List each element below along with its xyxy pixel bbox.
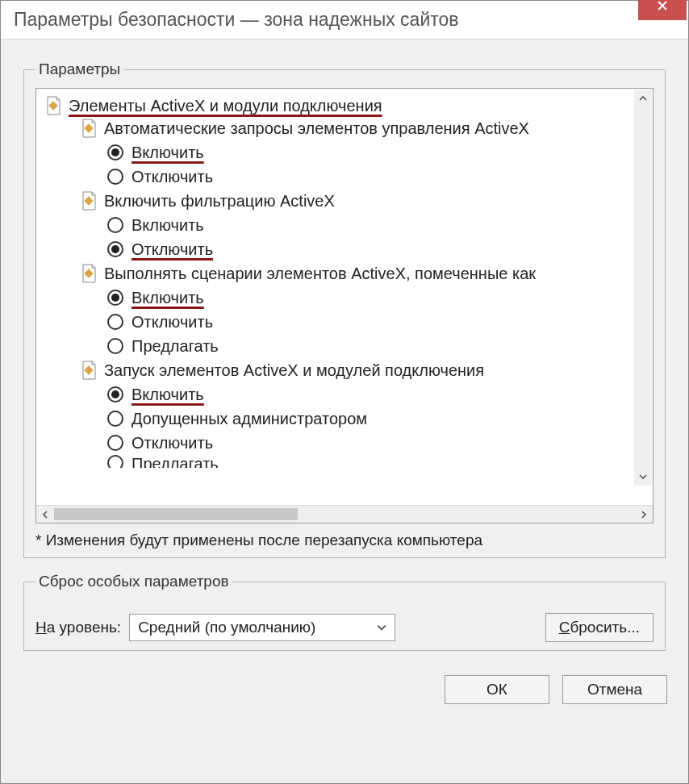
scroll-left-arrow-icon[interactable] <box>36 506 54 523</box>
page-icon <box>81 264 97 283</box>
page-icon <box>81 191 97 211</box>
radio-button[interactable] <box>107 411 123 427</box>
chevron-down-icon <box>377 619 386 636</box>
page-icon <box>81 361 97 380</box>
tree-option[interactable]: Включить <box>107 286 649 310</box>
hscroll-thumb[interactable] <box>54 508 298 520</box>
subcategory-icon <box>80 360 98 381</box>
option-label: Допущенных администратором <box>132 410 367 428</box>
category-icon <box>44 95 62 116</box>
subcategory-label: Запуск элементов ActiveX и модулей подкл… <box>104 361 484 380</box>
dialog-button-row: ОК Отмена <box>22 665 667 724</box>
option-label: Отключить <box>132 434 213 452</box>
tree-option[interactable]: Отключить <box>107 237 649 261</box>
category-label: Элементы ActiveX и модули подключения <box>69 95 382 116</box>
hscroll-track[interactable] <box>54 506 635 523</box>
scroll-right-arrow-icon[interactable] <box>635 506 653 523</box>
dialog-window: Параметры безопасности — зона надежных с… <box>0 0 689 784</box>
tree-option[interactable]: Включить <box>107 382 649 407</box>
tree-subcategory[interactable]: Включить фильтрацию ActiveX <box>80 189 649 213</box>
option-label: Предлагать <box>132 337 219 356</box>
level-select-value: Средний (по умолчанию) <box>138 619 315 636</box>
tree-subcategory[interactable]: Выполнять сценарии элементов ActiveX, по… <box>80 261 649 286</box>
radio-button[interactable] <box>107 435 123 451</box>
subcategory-label: Выполнять сценарии элементов ActiveX, по… <box>104 265 536 283</box>
option-label: Отключить <box>132 168 213 186</box>
radio-button[interactable] <box>107 314 123 330</box>
level-label: На уровень: <box>35 619 121 636</box>
tree-option[interactable]: Включить <box>107 140 649 165</box>
subcategory-label: Включить фильтрацию ActiveX <box>104 192 335 211</box>
restart-note: * Изменения будут применены после переза… <box>35 532 654 549</box>
tree-option[interactable]: Отключить <box>107 310 649 334</box>
titlebar: Параметры безопасности — зона надежных с… <box>1 1 688 40</box>
subcategory-icon <box>80 118 98 139</box>
option-label: Предлагать <box>132 455 219 468</box>
subcategory-icon <box>80 190 98 211</box>
horizontal-scrollbar[interactable] <box>36 505 653 523</box>
window-title: Параметры безопасности — зона надежных с… <box>14 9 459 31</box>
page-icon <box>45 96 61 115</box>
tree-subcategory[interactable]: Автоматические запросы элементов управле… <box>80 116 649 140</box>
scroll-down-arrow-icon[interactable] <box>634 468 652 486</box>
vscroll-track[interactable] <box>634 107 652 468</box>
radio-button[interactable] <box>107 169 123 185</box>
vertical-scrollbar[interactable] <box>634 90 652 486</box>
option-label: Отключить <box>132 313 213 332</box>
option-label: Включить <box>132 289 204 307</box>
tree-option[interactable]: Отключить <box>107 165 649 189</box>
close-icon <box>657 0 668 11</box>
tree-option[interactable]: Отключить <box>107 431 649 455</box>
radio-button[interactable] <box>107 217 123 233</box>
option-label: Включить <box>132 144 204 162</box>
radio-button[interactable] <box>107 144 123 161</box>
radio-button[interactable] <box>107 386 123 402</box>
tree-viewport: Элементы ActiveX и модули подключенияАвт… <box>36 89 653 505</box>
page-icon <box>81 119 97 138</box>
reset-groupbox: Сброс особых параметров На уровень: Сред… <box>23 573 666 651</box>
option-label: Отключить <box>132 240 213 259</box>
dialog-content: Параметры Элементы ActiveX и модули подк… <box>1 40 688 783</box>
subcategory-label: Автоматические запросы элементов управле… <box>104 119 529 138</box>
level-select[interactable]: Средний (по умолчанию) <box>129 614 395 641</box>
close-button[interactable] <box>638 0 687 20</box>
radio-button[interactable] <box>107 241 123 257</box>
radio-button[interactable] <box>107 455 123 468</box>
settings-groupbox: Параметры Элементы ActiveX и модули подк… <box>23 60 666 558</box>
tree-option[interactable]: Допущенных администратором <box>107 407 649 431</box>
tree-option[interactable]: Предлагать <box>107 334 649 358</box>
settings-tree: Элементы ActiveX и модули подключенияАвт… <box>35 88 654 523</box>
subcategory-icon <box>80 263 98 284</box>
option-label: Включить <box>132 216 204 235</box>
tree-category[interactable]: Элементы ActiveX и модули подключения <box>44 95 649 116</box>
cancel-button[interactable]: Отмена <box>562 675 667 704</box>
tree-subcategory[interactable]: Запуск элементов ActiveX и модулей подкл… <box>80 358 649 382</box>
option-label: Включить <box>132 386 204 404</box>
tree-content: Элементы ActiveX и модули подключенияАвт… <box>43 95 649 468</box>
radio-button[interactable] <box>107 290 123 306</box>
ok-button[interactable]: ОК <box>445 675 549 704</box>
tree-option[interactable]: Включить <box>107 213 649 237</box>
tree-option[interactable]: Предлагать <box>107 455 649 468</box>
reset-legend: Сброс особых параметров <box>35 573 232 590</box>
radio-button[interactable] <box>107 338 123 354</box>
reset-button[interactable]: Сбросить... <box>545 613 654 642</box>
scroll-up-arrow-icon[interactable] <box>634 90 652 107</box>
settings-legend: Параметры <box>35 60 123 78</box>
